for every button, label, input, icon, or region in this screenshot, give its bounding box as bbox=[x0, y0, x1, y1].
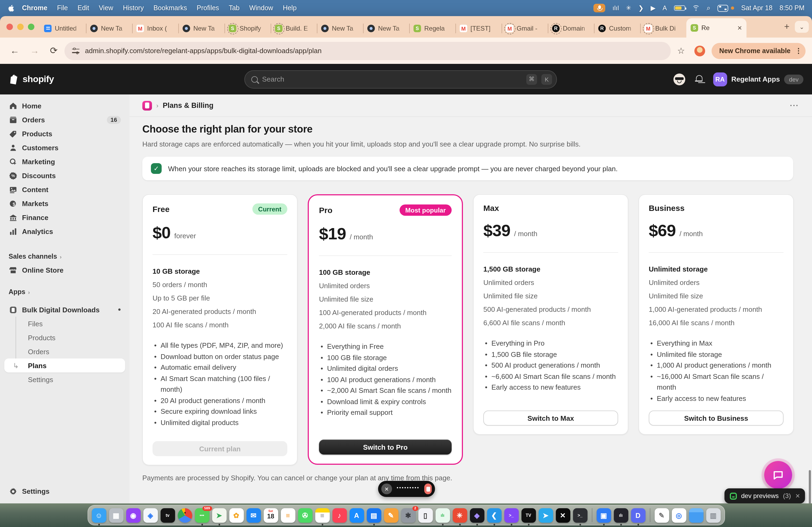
admin-search-bar[interactable]: Search ⌘ K bbox=[244, 70, 557, 88]
dock-icon-audio-app[interactable]: ıIı bbox=[613, 508, 628, 523]
dock-icon-timer-x[interactable]: ✕ bbox=[555, 508, 570, 523]
sidebar-item-content[interactable]: Content bbox=[4, 182, 125, 196]
dock-icon-apple-tv[interactable]: tv bbox=[160, 508, 175, 523]
dock-icon-freeform[interactable]: ✎ bbox=[384, 508, 398, 523]
menu-bookmarks[interactable]: Bookmarks bbox=[148, 4, 192, 12]
dock-icon-chrome[interactable] bbox=[177, 508, 192, 523]
dock-icon-app-store[interactable]: A bbox=[349, 508, 364, 523]
wifi-icon[interactable] bbox=[692, 5, 700, 11]
sidebar-item-customers[interactable]: Customers bbox=[4, 140, 125, 154]
menu-history[interactable]: History bbox=[118, 4, 149, 12]
tab-search-chevron-icon[interactable]: ⌄ bbox=[795, 21, 809, 33]
dock-icon-vscode[interactable]: ❮ bbox=[487, 508, 501, 523]
minimize-window-button[interactable] bbox=[17, 24, 24, 30]
dock-icon-podcasts[interactable]: ◉ bbox=[126, 508, 141, 523]
sidebar-item-bulk-digital-downloads[interactable]: Bulk Digital Downloads • bbox=[4, 303, 125, 317]
menu-file[interactable]: File bbox=[52, 4, 73, 12]
terminal-status-icon[interactable]: ❯ bbox=[638, 4, 644, 12]
dock-icon-trash[interactable]: ▥ bbox=[706, 508, 721, 523]
sidebar-item-online-store[interactable]: Online Store bbox=[4, 263, 125, 277]
plan-action-button[interactable]: Switch to Pro bbox=[319, 439, 452, 454]
url-text[interactable]: admin.shopify.com/store/regelant-apps/ap… bbox=[85, 47, 322, 55]
shopify-logo[interactable]: shopify bbox=[9, 73, 54, 85]
app-breadcrumb-icon[interactable] bbox=[142, 101, 152, 110]
dock-icon-calendar[interactable]: Sat18 bbox=[263, 508, 278, 523]
dock-icon-iphone-mirroring[interactable]: ▯ bbox=[418, 508, 433, 523]
browser-tab[interactable]: Build. E ✕ bbox=[271, 19, 317, 37]
sidebar-item-orders[interactable]: Orders 16 bbox=[4, 113, 125, 127]
dock-icon-system-settings[interactable]: ✱2 bbox=[401, 508, 416, 523]
chrome-menu-icon[interactable]: ⋮ bbox=[795, 49, 802, 52]
browser-tab[interactable]: Untitled ✕ bbox=[40, 19, 86, 37]
dock-icon-telegram[interactable]: ➤ bbox=[538, 508, 553, 523]
dock-icon-obsidian[interactable]: ◆ bbox=[470, 508, 484, 523]
browser-tab[interactable]: Inbox ( ✕ bbox=[132, 19, 178, 37]
close-window-button[interactable] bbox=[6, 24, 13, 30]
notifications-bell-icon[interactable] bbox=[695, 74, 703, 84]
back-button[interactable]: ← bbox=[6, 45, 23, 56]
support-chat-button[interactable] bbox=[764, 461, 792, 489]
browser-tab[interactable]: New Ta ✕ bbox=[178, 19, 224, 37]
new-tab-button[interactable]: + bbox=[779, 16, 795, 37]
dock-icon-safari[interactable]: ◈ bbox=[143, 508, 158, 523]
browser-tab[interactable]: Bulk Di ✕ bbox=[640, 19, 686, 37]
page-actions-menu[interactable]: ⋯ bbox=[789, 100, 799, 111]
plan-action-button[interactable]: Switch to Max bbox=[483, 410, 618, 425]
site-settings-icon[interactable] bbox=[72, 47, 80, 54]
audio-levels-icon[interactable]: ılıl bbox=[612, 4, 619, 12]
dock-icon-mail[interactable]: ✉ bbox=[246, 508, 261, 523]
tab-close-icon[interactable]: ✕ bbox=[737, 25, 742, 31]
sidebar-item-settings[interactable]: Settings bbox=[4, 484, 125, 498]
sidebar-item-finance[interactable]: Finance bbox=[4, 210, 125, 224]
dock-icon-warp[interactable]: >_ bbox=[504, 508, 519, 523]
menu-window[interactable]: Window bbox=[244, 4, 278, 12]
address-bar[interactable]: admin.shopify.com/store/regelant-apps/ap… bbox=[65, 42, 671, 60]
page-scrollbar[interactable] bbox=[809, 470, 811, 503]
breadcrumb[interactable]: Plans & Billing bbox=[163, 102, 214, 109]
dock-icon-messages[interactable]: •••589 bbox=[195, 508, 209, 523]
dock-icon-photos[interactable]: ✿ bbox=[229, 508, 244, 523]
dock-icon-tv-black[interactable]: TV bbox=[521, 508, 536, 523]
dock-icon-health-bars[interactable]: ılı bbox=[435, 508, 450, 523]
sidebar-section-apps[interactable]: Apps› bbox=[4, 286, 125, 298]
browser-tab[interactable]: Re ✕ bbox=[686, 18, 746, 37]
browser-tab[interactable]: Regela ✕ bbox=[409, 19, 455, 37]
sidebar-item-analytics[interactable]: Analytics bbox=[4, 224, 125, 238]
menu-chrome[interactable]: Chrome bbox=[17, 4, 52, 12]
forward-button[interactable]: → bbox=[26, 45, 43, 56]
browser-tab[interactable]: Domain ✕ bbox=[548, 19, 594, 37]
recording-stop-button[interactable] bbox=[424, 483, 432, 494]
menu-help[interactable]: Help bbox=[278, 4, 301, 12]
browser-tab[interactable]: Gmail - ✕ bbox=[502, 19, 548, 37]
dev-previews-toast[interactable]: dev previews (3) ✕ bbox=[724, 488, 805, 503]
dock-icon-keynote[interactable]: ▤ bbox=[366, 508, 381, 523]
dock-icon-discord[interactable]: D bbox=[631, 508, 645, 523]
dock-icon-music[interactable]: ♪ bbox=[332, 508, 347, 523]
close-icon[interactable]: ✕ bbox=[795, 492, 800, 499]
menubar-time[interactable]: 8:50 PM bbox=[780, 4, 804, 12]
dock-icon-raycast[interactable]: ✳ bbox=[452, 508, 467, 523]
chrome-profile-avatar[interactable] bbox=[695, 45, 706, 56]
dock-icon-notes[interactable]: ≡ bbox=[315, 508, 330, 523]
plan-action-button[interactable]: Switch to Business bbox=[649, 410, 784, 425]
sidebar-item-discounts[interactable]: % Discounts bbox=[4, 168, 125, 182]
browser-tab[interactable]: Custom ✕ bbox=[594, 19, 640, 37]
browser-tab[interactable]: New Ta ✕ bbox=[317, 19, 363, 37]
menubar-date[interactable]: Sat Apr 18 bbox=[741, 4, 772, 12]
bookmark-star-icon[interactable]: ☆ bbox=[674, 46, 688, 56]
sidebar-item-home[interactable]: Home bbox=[4, 99, 125, 113]
dock-icon-finder[interactable]: ☺ bbox=[91, 508, 106, 523]
dock-icon-terminal[interactable]: >_ bbox=[573, 508, 587, 523]
dock-icon-reminders[interactable]: ≡ bbox=[280, 508, 295, 523]
page-scroll-area[interactable]: Choose the right plan for your store Har… bbox=[129, 117, 812, 503]
menu-view[interactable]: View bbox=[94, 4, 118, 12]
recording-close-icon[interactable]: ✕ bbox=[381, 483, 392, 494]
reload-button[interactable]: ⟳ bbox=[46, 45, 61, 56]
dock-icon-preview[interactable]: ◎ bbox=[671, 508, 686, 523]
menu-profiles[interactable]: Profiles bbox=[192, 4, 224, 12]
dock-icon-textedit[interactable]: ✎ bbox=[654, 508, 669, 523]
input-source-icon[interactable]: A bbox=[663, 4, 667, 12]
sidebar-subitem-orders[interactable]: Orders bbox=[4, 345, 125, 359]
dock-icon-screen-recorder[interactable]: ▣ bbox=[596, 508, 611, 523]
sidebar-subitem-files[interactable]: Files bbox=[4, 317, 125, 331]
